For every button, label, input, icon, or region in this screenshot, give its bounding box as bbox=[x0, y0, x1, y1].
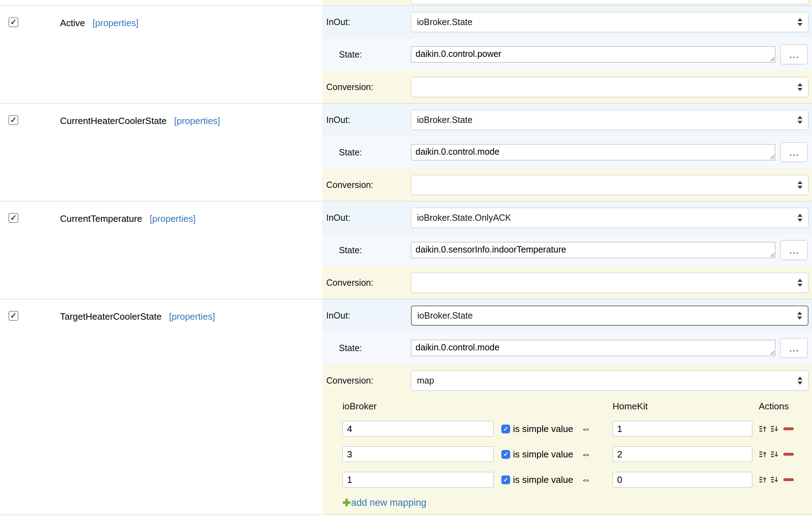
properties-link[interactable]: [properties] bbox=[92, 18, 138, 28]
inout-row: InOut: ioBroker.State bbox=[322, 103, 812, 136]
inout-select[interactable]: ioBroker.State bbox=[411, 306, 808, 326]
is-simple-value-label: is simple value bbox=[513, 424, 573, 434]
properties-link[interactable]: [properties] bbox=[169, 311, 215, 322]
move-up-icon[interactable] bbox=[759, 425, 767, 433]
mapping-middle-cell: ✓ is simple value ⇔ bbox=[498, 449, 613, 460]
state-row: State: daikin.0.control.mode … bbox=[322, 136, 812, 168]
properties-link[interactable]: [properties] bbox=[150, 213, 196, 224]
homekit-value-input[interactable] bbox=[613, 472, 752, 487]
homekit-value-input[interactable] bbox=[613, 446, 752, 462]
mapping-header-row: ioBroker HomeKit Actions bbox=[342, 397, 812, 421]
inout-select[interactable]: ioBroker.State bbox=[411, 12, 808, 32]
checkmark-icon: ✓ bbox=[503, 426, 508, 432]
is-simple-value-checkbox[interactable]: ✓ bbox=[501, 450, 510, 459]
characteristic-config-panel: InOut: ioBroker.State State: daikin.0.co… bbox=[322, 299, 812, 515]
inout-label: InOut: bbox=[326, 17, 411, 27]
delete-mapping-icon[interactable] bbox=[783, 478, 794, 481]
is-simple-value-checkbox[interactable]: ✓ bbox=[501, 425, 510, 433]
characteristic-title: CurrentHeaterCoolerState [properties] bbox=[60, 115, 220, 126]
characteristic-name: Active bbox=[60, 18, 85, 28]
state-input[interactable]: daikin.0.sensorInfo.indoorTemperature bbox=[411, 242, 775, 258]
mapping-row: ✓ is simple value ⇔ bbox=[342, 446, 812, 462]
conversion-select[interactable]: map bbox=[411, 371, 808, 391]
inout-select[interactable]: ioBroker.State bbox=[411, 110, 808, 130]
state-input[interactable]: daikin.0.control.power bbox=[411, 46, 775, 63]
checkmark-icon: ✓ bbox=[503, 477, 508, 483]
is-simple-value-checkbox[interactable]: ✓ bbox=[501, 475, 510, 484]
mapping-row: ✓ is simple value ⇔ bbox=[342, 472, 812, 487]
state-browse-button[interactable]: … bbox=[780, 142, 808, 162]
characteristic-title: TargetHeaterCoolerState [properties] bbox=[60, 311, 215, 322]
characteristic-row-currentheatercoolerstate: ✓ CurrentHeaterCoolerState [properties] … bbox=[0, 103, 812, 201]
plus-icon: ✚ bbox=[342, 498, 351, 508]
conversion-row: Conversion: bbox=[322, 266, 812, 299]
homekit-value-input[interactable] bbox=[613, 421, 752, 437]
inout-select-value: ioBroker.State bbox=[417, 17, 472, 27]
delete-mapping-icon[interactable] bbox=[783, 453, 794, 456]
move-up-icon[interactable] bbox=[759, 475, 767, 484]
enable-checkbox[interactable]: ✓ bbox=[8, 213, 18, 223]
characteristic-row-currenttemperature: ✓ CurrentTemperature [properties] InOut:… bbox=[0, 201, 812, 299]
inout-select-value: ioBroker.State bbox=[417, 115, 472, 125]
select-arrows-icon bbox=[798, 83, 802, 91]
inout-label: InOut: bbox=[326, 213, 411, 223]
mapping-middle-cell: ✓ is simple value ⇔ bbox=[498, 423, 613, 434]
characteristic-title: Active [properties] bbox=[60, 17, 138, 29]
enable-checkbox[interactable]: ✓ bbox=[8, 17, 18, 27]
select-arrows-icon bbox=[798, 214, 802, 222]
conversion-select[interactable] bbox=[411, 77, 808, 97]
conversion-row: Conversion: map bbox=[322, 364, 812, 397]
inout-select-value: ioBroker.State bbox=[417, 310, 473, 321]
state-browse-button[interactable]: … bbox=[780, 240, 808, 260]
state-input-wrap: daikin.0.sensorInfo.indoorTemperature bbox=[411, 242, 775, 258]
previous-row-left-spacer bbox=[0, 0, 322, 5]
enable-checkbox[interactable]: ✓ bbox=[8, 115, 18, 125]
conversion-select[interactable] bbox=[411, 175, 808, 195]
mapping-header-actions: Actions bbox=[754, 401, 812, 412]
select-arrows-icon bbox=[798, 181, 802, 189]
state-input-wrap: daikin.0.control.power bbox=[411, 46, 775, 63]
iobroker-value-input[interactable] bbox=[342, 421, 494, 437]
state-input-wrap: daikin.0.control.mode bbox=[411, 144, 775, 160]
characteristic-name: CurrentTemperature bbox=[60, 213, 142, 224]
state-input-wrap: daikin.0.control.mode bbox=[411, 340, 775, 356]
conversion-row: Conversion: bbox=[322, 168, 812, 201]
characteristic-left-panel: ✓ CurrentTemperature [properties] bbox=[0, 201, 322, 299]
characteristic-config-panel: InOut: ioBroker.State.OnlyACK State: dai… bbox=[322, 201, 812, 299]
mapping-middle-cell: ✓ is simple value ⇔ bbox=[498, 474, 613, 485]
add-mapping-row: ✚ add new mapping bbox=[342, 497, 812, 508]
state-label: State: bbox=[326, 147, 411, 158]
mapping-actions-cell bbox=[754, 475, 812, 484]
properties-link[interactable]: [properties] bbox=[174, 116, 220, 126]
state-browse-button[interactable]: … bbox=[780, 338, 808, 358]
conversion-label: Conversion: bbox=[326, 82, 411, 92]
move-down-icon[interactable] bbox=[770, 475, 779, 484]
inout-select[interactable]: ioBroker.State.OnlyACK bbox=[411, 208, 808, 228]
mapping-actions-cell bbox=[754, 425, 812, 433]
inout-row: InOut: ioBroker.State bbox=[322, 299, 812, 332]
inout-row: InOut: ioBroker.State.OnlyACK bbox=[322, 201, 812, 234]
state-label: State: bbox=[326, 343, 411, 353]
move-up-icon[interactable] bbox=[759, 450, 767, 458]
is-simple-value-label: is simple value bbox=[513, 449, 573, 460]
move-down-icon[interactable] bbox=[770, 425, 779, 433]
state-input[interactable]: daikin.0.control.mode bbox=[411, 340, 775, 356]
inout-label: InOut: bbox=[326, 115, 411, 125]
iobroker-value-input[interactable] bbox=[342, 446, 494, 462]
conversion-select[interactable] bbox=[411, 273, 808, 293]
state-browse-button[interactable]: … bbox=[780, 45, 808, 64]
conversion-label: Conversion: bbox=[326, 375, 411, 386]
characteristic-left-panel: ✓ Active [properties] bbox=[0, 6, 322, 103]
move-down-icon[interactable] bbox=[770, 450, 779, 458]
enable-checkbox[interactable]: ✓ bbox=[8, 311, 18, 321]
iobroker-value-input[interactable] bbox=[342, 472, 494, 487]
select-arrows-icon bbox=[798, 279, 802, 287]
conversion-label: Conversion: bbox=[326, 180, 411, 190]
mapping-actions-cell bbox=[754, 450, 812, 458]
previous-row-partial bbox=[0, 0, 812, 5]
bidirectional-arrow-icon: ⇔ bbox=[581, 423, 591, 434]
add-new-mapping-link[interactable]: add new mapping bbox=[351, 497, 426, 508]
characteristic-title: CurrentTemperature [properties] bbox=[60, 213, 196, 224]
state-input[interactable]: daikin.0.control.mode bbox=[411, 144, 775, 160]
delete-mapping-icon[interactable] bbox=[783, 427, 794, 430]
